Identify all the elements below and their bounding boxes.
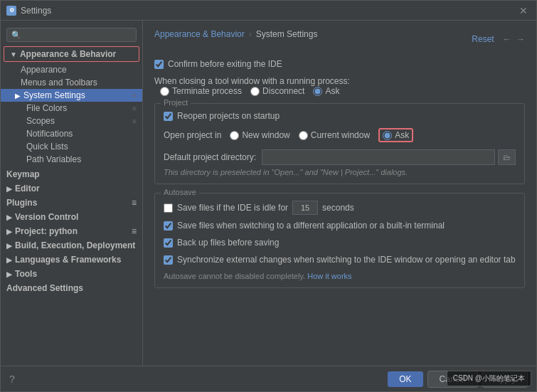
sidebar-sub-label: Menus and Toolbars bbox=[21, 78, 97, 88]
backup-checkbox[interactable] bbox=[164, 238, 173, 248]
open-project-radio-group: New window Current window Ask bbox=[230, 128, 422, 142]
tool-window-label: When closing a tool window with a runnin… bbox=[154, 76, 350, 86]
sidebar-item-plugins[interactable]: Plugins ≡ bbox=[1, 196, 142, 210]
expand-arrow: ▶ bbox=[6, 213, 12, 221]
sidebar-item-quick-lists[interactable]: Quick Lists bbox=[1, 140, 142, 153]
sidebar-item-system-settings[interactable]: ▶ System Settings ≡ bbox=[1, 89, 142, 102]
radio-new-window-input[interactable] bbox=[230, 131, 239, 140]
help-icon[interactable]: ? bbox=[9, 374, 15, 385]
confirm-exit-label: Confirm before exiting the IDE bbox=[168, 59, 282, 69]
sidebar-sub-label: Appearance bbox=[21, 65, 67, 75]
save-idle-suffix: seconds bbox=[322, 203, 354, 213]
sidebar-sub-label: File Colors bbox=[26, 103, 67, 113]
dir-row: Default project directory: 🗁 bbox=[164, 149, 516, 165]
window-title: Settings bbox=[21, 6, 51, 16]
backup-label: Back up files before saving bbox=[177, 238, 279, 248]
radio-disconnect-input[interactable] bbox=[250, 87, 260, 96]
backup-row: Back up files before saving bbox=[164, 238, 516, 248]
radio-ask-label: Ask bbox=[325, 86, 339, 96]
autosave-note: Autosave cannot be disabled completely. bbox=[164, 272, 305, 280]
radio-terminate-input[interactable] bbox=[160, 87, 169, 96]
radio-new-window[interactable]: New window bbox=[230, 130, 289, 140]
sidebar-item-label: Appearance & Behavior bbox=[20, 49, 116, 59]
dir-input[interactable] bbox=[262, 149, 495, 165]
save-idle-checkbox[interactable] bbox=[164, 203, 173, 213]
radio-ask2[interactable]: Ask bbox=[378, 128, 413, 142]
open-project-row: Open project in New window Current windo… bbox=[164, 128, 516, 142]
sidebar-item-file-colors[interactable]: File Colors ≡ bbox=[1, 102, 142, 115]
save-switching-label: Save files when switching to a different… bbox=[177, 221, 445, 231]
autosave-footer: Autosave cannot be disabled completely. … bbox=[164, 272, 516, 280]
sidebar-item-notifications[interactable]: Notifications bbox=[1, 127, 142, 140]
breadcrumb-parent[interactable]: Appearance & Behavior bbox=[154, 29, 245, 39]
main-layout: ▼ Appearance & Behavior Appearance Menus… bbox=[1, 21, 536, 366]
radio-ask[interactable]: Ask bbox=[313, 86, 339, 96]
dir-hint: This directory is preselected in "Open..… bbox=[164, 168, 516, 176]
radio-disconnect-label: Disconnect bbox=[262, 86, 304, 96]
sidebar-item-appearance-behavior[interactable]: ▼ Appearance & Behavior bbox=[4, 46, 139, 62]
settings-icon5: ≡ bbox=[132, 226, 137, 236]
sidebar-item-keymap[interactable]: Keymap bbox=[1, 167, 142, 181]
sidebar-item-label: Version Control bbox=[15, 212, 78, 222]
dir-label: Default project directory: bbox=[164, 152, 256, 162]
reopen-projects-label: Reopen projects on startup bbox=[177, 111, 280, 121]
sidebar-item-label: Tools bbox=[15, 269, 37, 279]
search-input[interactable] bbox=[11, 31, 132, 39]
radio-ask2-input[interactable] bbox=[383, 131, 392, 140]
radio-terminate[interactable]: Terminate process bbox=[160, 86, 242, 96]
title-bar: ⚙ Settings ✕ bbox=[1, 1, 536, 21]
radio-current-window[interactable]: Current window bbox=[299, 130, 370, 140]
save-switching-checkbox[interactable] bbox=[164, 221, 173, 231]
settings-icon4: ≡ bbox=[132, 198, 137, 208]
sidebar-item-build-execution[interactable]: ▶ Build, Execution, Deployment bbox=[1, 238, 142, 253]
sidebar-item-path-variables[interactable]: Path Variables bbox=[1, 153, 142, 166]
radio-ask-input[interactable] bbox=[313, 87, 322, 96]
expand-arrow: ▶ bbox=[6, 256, 12, 264]
expand-arrow: ▶ bbox=[6, 242, 12, 250]
radio-disconnect[interactable]: Disconnect bbox=[250, 86, 304, 96]
sidebar-item-label: Plugins bbox=[6, 198, 37, 208]
dir-browse-button[interactable]: 🗁 bbox=[498, 149, 516, 165]
reset-link[interactable]: Reset bbox=[472, 34, 494, 44]
sidebar-item-version-control[interactable]: ▶ Version Control bbox=[1, 210, 142, 224]
sidebar-item-tools[interactable]: ▶ Tools bbox=[1, 267, 142, 281]
sidebar-item-menus-toolbars[interactable]: Menus and Toolbars bbox=[1, 76, 142, 89]
sync-checkbox[interactable] bbox=[164, 255, 173, 265]
expand-arrow: ▶ bbox=[6, 270, 12, 278]
ok-button[interactable]: OK bbox=[388, 371, 422, 387]
sidebar-item-scopes[interactable]: Scopes ≡ bbox=[1, 115, 142, 127]
tool-window-radio-group: Terminate process Disconnect Ask bbox=[160, 86, 348, 96]
how-it-works-link[interactable]: How it works bbox=[307, 272, 351, 280]
back-arrow[interactable]: ← bbox=[503, 34, 511, 44]
autosave-section: Autosave Save files if the IDE is idle f… bbox=[154, 193, 525, 288]
confirm-exit-checkbox[interactable] bbox=[154, 60, 164, 69]
radio-terminate-label: Terminate process bbox=[172, 86, 242, 96]
sidebar-item-label: Editor bbox=[15, 184, 40, 194]
idle-value-input[interactable]: 15 bbox=[292, 201, 318, 215]
settings-icon: ≡ bbox=[132, 92, 137, 100]
radio-ask2-label: Ask bbox=[395, 130, 409, 140]
close-button[interactable]: ✕ bbox=[516, 5, 531, 16]
app-icon: ⚙ bbox=[6, 6, 16, 16]
project-section-title: Project bbox=[161, 98, 191, 107]
radio-current-window-input[interactable] bbox=[299, 131, 308, 140]
sidebar-item-editor[interactable]: ▶ Editor bbox=[1, 181, 142, 196]
search-box[interactable] bbox=[6, 28, 137, 42]
forward-arrow[interactable]: → bbox=[516, 34, 525, 44]
main-content-panel: Appearance & Behavior › System Settings … bbox=[143, 21, 536, 366]
sync-row: Synchronize external changes when switch… bbox=[164, 255, 516, 265]
breadcrumb: Appearance & Behavior › System Settings bbox=[154, 29, 317, 39]
sidebar-item-label: Build, Execution, Deployment bbox=[15, 240, 135, 250]
sidebar-item-appearance[interactable]: Appearance bbox=[1, 63, 142, 76]
reopen-projects-checkbox[interactable] bbox=[164, 112, 173, 121]
save-idle-prefix: Save files if the IDE is idle for bbox=[177, 203, 288, 213]
sidebar-item-label: Project: python bbox=[15, 226, 78, 236]
sidebar-sub-label: System Settings bbox=[23, 90, 85, 100]
sidebar: ▼ Appearance & Behavior Appearance Menus… bbox=[1, 21, 143, 366]
watermark: CSDN @小陈的笔记本 bbox=[447, 371, 531, 386]
sidebar-item-project-python[interactable]: ▶ Project: python ≡ bbox=[1, 224, 142, 238]
confirm-exit-row: Confirm before exiting the IDE bbox=[154, 59, 525, 69]
sidebar-item-languages-frameworks[interactable]: ▶ Languages & Frameworks bbox=[1, 253, 142, 267]
sidebar-item-advanced-settings[interactable]: Advanced Settings bbox=[1, 281, 142, 295]
sidebar-item-label: Advanced Settings bbox=[6, 283, 83, 293]
